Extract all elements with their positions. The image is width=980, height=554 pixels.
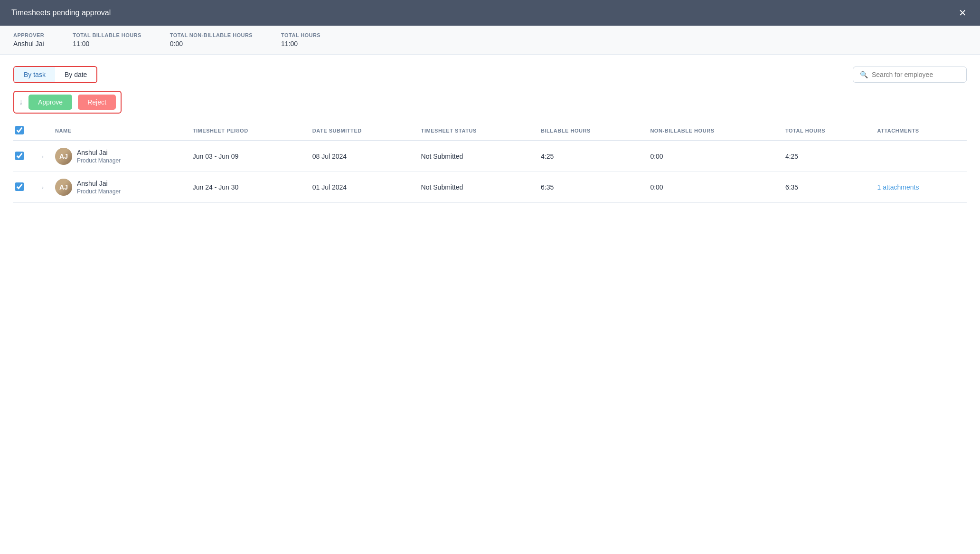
row1-expand-icon[interactable]: ›: [42, 153, 44, 160]
header-checkbox[interactable]: [15, 126, 24, 134]
modal-container: Timesheets pending approval ✕ APPROVER A…: [0, 0, 980, 554]
row2-employee: AJ Anshul Jai Product Manager: [55, 179, 181, 196]
approver-label: APPROVER: [13, 32, 44, 38]
row2-attachments: 1 attachments: [871, 172, 967, 203]
row2-billable: 6:35: [535, 172, 644, 203]
row1-billable: 4:25: [535, 141, 644, 172]
table-row: › AJ Anshul Jai Product Manager: [13, 172, 967, 203]
summary-bar: APPROVER Anshul Jai TOTAL BILLABLE HOURS…: [0, 26, 980, 55]
tab-group: By task By date: [13, 66, 97, 83]
timesheets-table: NAME TIMESHEET PERIOD DATE SUBMITTED TIM…: [13, 121, 967, 203]
row2-employee-info: Anshul Jai Product Manager: [77, 180, 121, 195]
row1-checkbox[interactable]: [15, 152, 24, 160]
row1-employee-role: Product Manager: [77, 157, 121, 164]
content-area: By task By date 🔍 ↓ Approve Reject: [0, 55, 980, 214]
table-header: NAME TIMESHEET PERIOD DATE SUBMITTED TIM…: [13, 121, 967, 141]
search-input[interactable]: [872, 71, 960, 78]
row1-employee: AJ Anshul Jai Product Manager: [55, 148, 181, 165]
approver-value: Anshul Jai: [13, 40, 44, 48]
col-non-billable-hours: NON-BILLABLE HOURS: [644, 121, 780, 141]
row1-total: 4:25: [780, 141, 872, 172]
row1-avatar-initials: AJ: [55, 148, 72, 165]
col-timesheet-status: TIMESHEET STATUS: [415, 121, 535, 141]
billable-label: TOTAL BILLABLE HOURS: [73, 32, 141, 38]
col-timesheet-period: TIMESHEET PERIOD: [187, 121, 307, 141]
approve-button[interactable]: Approve: [28, 95, 72, 110]
row1-avatar: AJ: [55, 148, 72, 165]
row2-employee-name: Anshul Jai: [77, 180, 121, 187]
close-button[interactable]: ✕: [957, 6, 969, 19]
table-row: › AJ Anshul Jai Product Manager: [13, 141, 967, 172]
row1-non-billable: 0:00: [644, 141, 780, 172]
row1-period: Jun 03 - Jun 09: [187, 141, 307, 172]
row2-employee-role: Product Manager: [77, 188, 121, 195]
tab-by-date[interactable]: By date: [55, 67, 96, 82]
row2-expand-cell: ›: [36, 172, 49, 203]
non-billable-value: 0:00: [170, 40, 253, 48]
row1-name-cell: AJ Anshul Jai Product Manager: [49, 141, 187, 172]
col-name: NAME: [49, 121, 187, 141]
row2-expand-icon[interactable]: ›: [42, 184, 44, 191]
row1-expand-cell: ›: [36, 141, 49, 172]
row2-checkbox-cell: [13, 172, 36, 203]
row1-employee-name: Anshul Jai: [77, 149, 121, 156]
row2-avatar: AJ: [55, 179, 72, 196]
row1-status: Not Submitted: [415, 141, 535, 172]
non-billable-label: TOTAL NON-BILLABLE HOURS: [170, 32, 253, 38]
header-checkbox-col: [13, 121, 36, 141]
row1-employee-info: Anshul Jai Product Manager: [77, 149, 121, 164]
reject-button[interactable]: Reject: [78, 95, 116, 110]
row2-total: 6:35: [780, 172, 872, 203]
row2-name-cell: AJ Anshul Jai Product Manager: [49, 172, 187, 203]
toolbar-row: By task By date 🔍: [13, 66, 967, 83]
row2-non-billable: 0:00: [644, 172, 780, 203]
table-body: › AJ Anshul Jai Product Manager: [13, 141, 967, 203]
col-date-submitted: DATE SUBMITTED: [307, 121, 415, 141]
row2-checkbox[interactable]: [15, 182, 24, 191]
row2-status: Not Submitted: [415, 172, 535, 203]
summary-billable: TOTAL BILLABLE HOURS 11:00: [73, 32, 141, 48]
modal-header: Timesheets pending approval ✕: [0, 0, 980, 26]
summary-non-billable: TOTAL NON-BILLABLE HOURS 0:00: [170, 32, 253, 48]
row2-period: Jun 24 - Jun 30: [187, 172, 307, 203]
search-box: 🔍: [853, 67, 967, 83]
search-icon: 🔍: [860, 71, 868, 78]
row1-checkbox-cell: [13, 141, 36, 172]
header-expand-col: [36, 121, 49, 141]
summary-approver: APPROVER Anshul Jai: [13, 32, 44, 48]
billable-value: 11:00: [73, 40, 141, 48]
modal-title: Timesheets pending approval: [11, 9, 111, 17]
row2-avatar-initials: AJ: [55, 179, 72, 196]
row2-attachment-link[interactable]: 1 attachments: [877, 183, 919, 191]
total-label: TOTAL HOURS: [281, 32, 320, 38]
sort-icon[interactable]: ↓: [19, 98, 23, 106]
col-billable-hours: BILLABLE HOURS: [535, 121, 644, 141]
col-total-hours: TOTAL HOURS: [780, 121, 872, 141]
total-value: 11:00: [281, 40, 320, 48]
action-row: ↓ Approve Reject: [13, 91, 122, 114]
table-wrapper: NAME TIMESHEET PERIOD DATE SUBMITTED TIM…: [13, 121, 967, 203]
col-attachments: ATTACHMENTS: [871, 121, 967, 141]
row1-date-submitted: 08 Jul 2024: [307, 141, 415, 172]
summary-total: TOTAL HOURS 11:00: [281, 32, 320, 48]
tab-by-task[interactable]: By task: [14, 67, 55, 82]
row2-date-submitted: 01 Jul 2024: [307, 172, 415, 203]
row1-attachments: [871, 141, 967, 172]
